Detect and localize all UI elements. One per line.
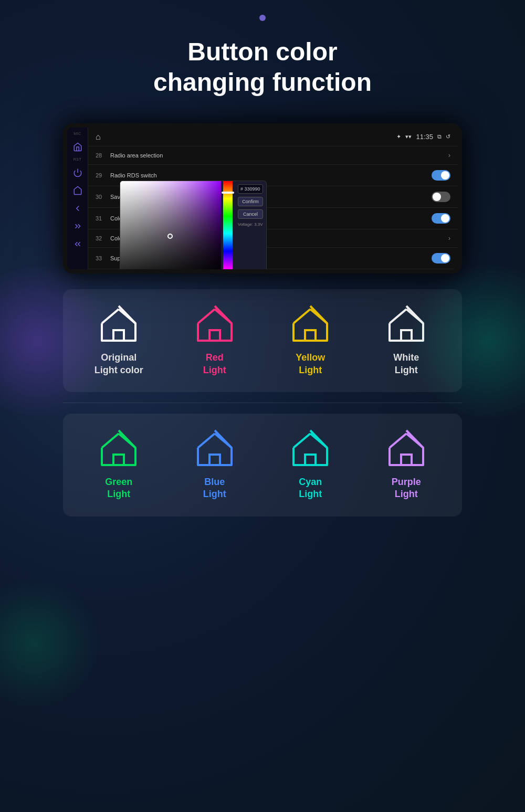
- svg-rect-20: [305, 455, 316, 465]
- light-section-row1: Original Light color Red Light: [63, 289, 462, 392]
- light-item-green: Green Light: [74, 429, 164, 501]
- house-icon-original: [98, 305, 140, 344]
- svg-rect-14: [113, 455, 124, 465]
- svg-line-22: [390, 434, 406, 448]
- item-label-29: Radio RDS switch: [110, 172, 157, 178]
- item-num-29: 29: [96, 172, 106, 178]
- item-num-30: 30: [96, 194, 106, 200]
- svg-line-21: [310, 430, 327, 448]
- svg-line-24: [406, 430, 423, 448]
- light-item-blue: Blue Light: [170, 429, 260, 501]
- bell-side-icon[interactable]: [70, 183, 85, 198]
- confirm-button[interactable]: Confirm: [238, 197, 263, 206]
- item-num-32: 32: [96, 235, 106, 241]
- svg-rect-8: [305, 330, 316, 341]
- light-item-cyan: Cyan Light: [265, 429, 356, 501]
- wifi-icon: ▾▾: [405, 133, 412, 140]
- svg-rect-11: [401, 330, 412, 341]
- light-grid-row1: Original Light color Red Light: [74, 305, 452, 376]
- rst-label: RST: [74, 157, 82, 161]
- hue-slider[interactable]: [223, 181, 233, 269]
- light-item-original: Original Light color: [74, 305, 164, 376]
- color-picker-popup: # 330990 Confirm Cancel Voltage: 3.3V: [120, 181, 267, 269]
- status-time: 11:35: [416, 133, 433, 141]
- copy-icon: ⧉: [437, 133, 442, 140]
- svg-line-12: [406, 306, 423, 323]
- item-num-31: 31: [96, 215, 106, 222]
- picker-right-panel: # 330990 Confirm Cancel Voltage: 3.3V: [235, 181, 266, 269]
- side-panel: MIC RST: [67, 128, 88, 269]
- light-item-purple: Purple Light: [361, 429, 452, 501]
- bg-glow-bottom-left: [0, 577, 100, 709]
- toggle-33[interactable]: [432, 253, 450, 263]
- svg-line-10: [390, 309, 406, 323]
- svg-line-4: [198, 309, 215, 323]
- back-icon[interactable]: ↺: [446, 133, 450, 140]
- hex-value[interactable]: # 330990: [238, 184, 263, 194]
- chevron-icon-32: ›: [448, 235, 450, 242]
- item-num-28: 28: [96, 152, 106, 159]
- page-title: Button color changing function: [0, 26, 525, 113]
- svg-rect-23: [401, 455, 412, 465]
- settings-list: 28 Radio area selection › 29 Radio RDS s…: [88, 146, 458, 269]
- light-grid-row2: Green Light Blue Light: [74, 429, 452, 501]
- label-cyan: Cyan Light: [299, 476, 322, 501]
- toggle-29[interactable]: [432, 170, 450, 181]
- svg-line-16: [198, 434, 215, 448]
- hue-indicator: [222, 192, 234, 194]
- svg-rect-17: [209, 455, 220, 465]
- voltage-text: Voltage: 3.3V: [238, 222, 263, 227]
- light-section-inner-row2: Green Light Blue Light: [63, 414, 462, 516]
- label-white: White Light: [393, 352, 419, 376]
- svg-line-9: [310, 306, 327, 323]
- forward-side-icon[interactable]: [70, 219, 85, 234]
- label-yellow: Yellow Light: [296, 352, 325, 376]
- home-icon[interactable]: ⌂: [96, 132, 101, 142]
- light-item-yellow: Yellow Light: [265, 305, 356, 376]
- device-outer: MIC RST: [63, 123, 462, 273]
- light-section-inner-row1: Original Light color Red Light: [63, 289, 462, 392]
- color-gradient[interactable]: [120, 181, 221, 269]
- label-original: Original Light color: [94, 352, 143, 376]
- svg-line-18: [215, 430, 232, 448]
- back-side-icon[interactable]: [70, 201, 85, 216]
- label-blue: Blue Light: [203, 476, 226, 501]
- device-wrapper: MIC RST: [0, 123, 525, 273]
- cancel-button[interactable]: Cancel: [238, 209, 263, 219]
- settings-item-29[interactable]: 29 Radio RDS switch: [88, 165, 458, 186]
- house-icon-blue: [194, 429, 236, 469]
- settings-item-28[interactable]: 28 Radio area selection ›: [88, 146, 458, 165]
- svg-line-3: [119, 306, 135, 323]
- svg-line-7: [293, 309, 310, 323]
- house-icon-yellow: [289, 305, 331, 344]
- house-icon-green: [98, 429, 140, 469]
- item-num-33: 33: [96, 255, 106, 261]
- mic-label: MIC: [74, 132, 81, 135]
- label-green: Green Light: [105, 476, 132, 501]
- svg-line-1: [102, 309, 119, 323]
- toggle-31[interactable]: [432, 213, 450, 224]
- house-icon-red: [194, 305, 236, 344]
- svg-line-6: [215, 306, 232, 323]
- label-purple: Purple Light: [392, 476, 421, 501]
- light-item-red: Red Light: [170, 305, 260, 376]
- status-right: ✦ ▾▾ 11:35 ⧉ ↺: [396, 133, 450, 141]
- home-side-icon[interactable]: [70, 140, 85, 154]
- light-section-row2: Green Light Blue Light: [63, 414, 462, 516]
- bluetooth-icon: ✦: [396, 133, 401, 140]
- svg-rect-2: [113, 330, 124, 341]
- power-side-icon[interactable]: [70, 165, 85, 180]
- chevron-icon-28: ›: [448, 152, 450, 159]
- section-divider: [63, 403, 462, 403]
- top-dot: [259, 15, 266, 21]
- svg-rect-5: [209, 330, 220, 341]
- volume-side-icon[interactable]: [70, 237, 85, 251]
- svg-line-15: [119, 430, 135, 448]
- house-icon-white: [385, 305, 427, 344]
- toggle-30[interactable]: [432, 192, 450, 202]
- house-icon-purple: [385, 429, 427, 469]
- svg-line-13: [102, 434, 119, 448]
- status-bar: ⌂ ✦ ▾▾ 11:35 ⧉ ↺: [88, 128, 458, 146]
- light-item-white: White Light: [361, 305, 452, 376]
- screen-content: ⌂ ✦ ▾▾ 11:35 ⧉ ↺ 28 Radio: [88, 128, 458, 269]
